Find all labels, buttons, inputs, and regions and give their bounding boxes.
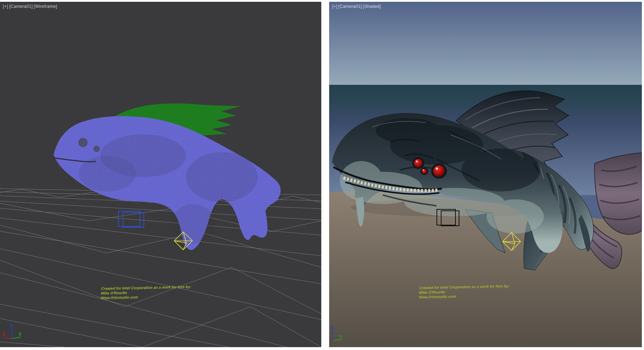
viewport-shaded[interactable]: X Z y [+][Camera01][Shaded] Created for … — [329, 2, 642, 347]
viewport-general-menu[interactable]: [+] — [3, 4, 8, 9]
viewport-general-menu[interactable]: [+] — [332, 4, 337, 9]
credit-watermark: Created for Intel Corporation as a work … — [101, 285, 191, 300]
viewport-label: [+][Camera01][Wireframe] — [3, 4, 58, 9]
viewport-label: [+][Camera01][Shaded] — [332, 4, 382, 9]
viewport-pov-menu[interactable]: [Camera01] — [9, 4, 33, 9]
viewport-splitter[interactable] — [321, 0, 329, 350]
viewport-pov-menu[interactable]: [Camera01] — [338, 4, 362, 9]
axis-y-label: y — [19, 331, 21, 336]
viewport-shading-menu[interactable]: [Wireframe] — [34, 4, 57, 9]
axis-y-label: y — [340, 334, 342, 339]
fish-eye-wire — [78, 138, 88, 147]
axis-z-label: Z — [331, 325, 334, 330]
credit-watermark: Created for Intel Corporation as a work … — [419, 284, 509, 300]
sky — [329, 2, 642, 85]
axis-x-label: X — [2, 332, 6, 337]
viewport-wireframe[interactable]: X Z y [+][Camera01][Wireframe] Created f… — [0, 2, 321, 347]
axis-z-label: Z — [10, 324, 13, 329]
fish-eye-wire — [93, 146, 100, 152]
viewport-layout: X Z y [+][Camera01][Wireframe] Created f… — [0, 0, 644, 350]
viewport-shading-menu[interactable]: [Shaded] — [363, 4, 381, 9]
